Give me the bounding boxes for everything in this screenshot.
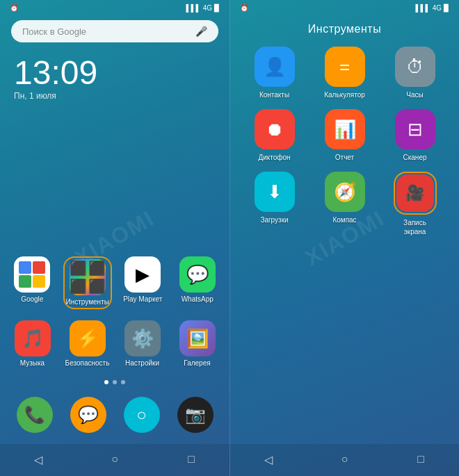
4g-icon: 4G (203, 4, 212, 12)
google-icon-img (14, 256, 50, 293)
playmarket-label: Play Маркет (123, 295, 162, 304)
app-grid-row1: Google ⬛⬛ ⬛⬛ Инструменты ▶ Play Маркет 💬 (0, 245, 230, 320)
compass-label: Компас (332, 215, 356, 224)
screenrec-highlight: 🎥 (394, 172, 437, 215)
messages-icon-img: 💬 (70, 397, 106, 433)
left-phone-panel: XIAOMI ⏰ ▌▌▌ 4G ▉ Поиск в Google 🎤 13:09… (0, 0, 230, 476)
gallery-label: Галерея (184, 359, 210, 368)
dock-messages[interactable]: 💬 (65, 397, 111, 433)
time-display: 13:09 Пн, 1 июля (0, 51, 230, 102)
downloads-icon: ⬇ (255, 172, 295, 212)
folder-app-downloads[interactable]: ⬇ Загрузки (244, 172, 305, 236)
dock-phone[interactable]: 📞 (11, 397, 58, 433)
notes-icon: 📊 (325, 109, 365, 149)
dock-camera[interactable]: 📷 (172, 397, 218, 433)
clock-date: Пн, 1 июля (14, 91, 216, 101)
battery-icon: ▉ (214, 4, 220, 12)
search-placeholder: Поиск в Google (22, 26, 86, 37)
clock-icon: ⏱ (395, 47, 435, 87)
folder-app-screenrec[interactable]: 🎥 Запись экрана (385, 172, 445, 236)
phone-icon-img: 📞 (17, 397, 53, 433)
music-icon-img: 🎵 (15, 320, 51, 356)
recorder-label: Диктофон (258, 153, 290, 162)
home-button-left[interactable]: ○ (106, 451, 123, 468)
folder-app-contacts[interactable]: 👤 Контакты (244, 47, 305, 99)
right-phone-panel: XIAOMI ⏰ ▌▌▌ 4G ▉ Инструменты 👤 Контакты… (230, 0, 459, 476)
camera-icon-img: 📷 (177, 397, 214, 433)
google-label: Google (21, 295, 43, 304)
calculator-icon: = (325, 47, 365, 87)
folder-app-compass[interactable]: 🧭 Компас (314, 172, 375, 236)
dock: 📞 💬 ○ 📷 (0, 390, 230, 444)
gallery-icon-img: 🖼️ (179, 320, 216, 356)
assistant-icon-img: ○ (124, 397, 160, 433)
app-icon-tools[interactable]: ⬛⬛ ⬛⬛ Инструменты (63, 256, 112, 309)
recents-button-right[interactable]: □ (412, 451, 429, 468)
dot-1 (104, 380, 108, 384)
folder-grid: 👤 Контакты = Калькулятор ⏱ Часы ⏺ Диктоф… (230, 47, 459, 236)
recorder-icon: ⏺ (255, 109, 295, 149)
app-icon-whatsapp[interactable]: 💬 WhatsApp (173, 256, 221, 309)
screenrec-icon: 🎥 (396, 174, 434, 212)
nav-bar-left: ◁ ○ □ (0, 444, 230, 476)
app-icon-settings[interactable]: ⚙️ Настройки (118, 320, 166, 368)
status-right-icons: ▌▌▌ 4G ▉ (186, 4, 220, 12)
alarm-icon: ⏰ (10, 4, 18, 12)
compass-icon: 🧭 (325, 172, 365, 212)
folder-app-clock[interactable]: ⏱ Часы (385, 47, 445, 99)
folder-app-notes[interactable]: 📊 Отчет (314, 109, 375, 162)
folder-title: Инструменты (230, 15, 459, 47)
nav-bar-right: ◁ ○ □ (230, 444, 459, 476)
app-icon-google[interactable]: Google (8, 256, 56, 309)
downloads-label: Загрузки (260, 215, 288, 224)
4g-right: 4G (433, 4, 442, 12)
dock-assistant[interactable]: ○ (118, 397, 165, 433)
notes-label: Отчет (335, 153, 354, 162)
back-button-right[interactable]: ◁ (260, 451, 277, 468)
playmarket-icon-img: ▶ (124, 256, 161, 293)
recents-button-left[interactable]: □ (183, 451, 200, 468)
app-icon-gallery[interactable]: 🖼️ Галерея (173, 320, 221, 368)
contacts-label: Контакты (259, 90, 289, 99)
contacts-icon: 👤 (255, 47, 295, 87)
folder-app-recorder[interactable]: ⏺ Диктофон (244, 109, 305, 162)
scanner-icon: ⊟ (395, 109, 435, 149)
signal-right: ▌▌▌ (415, 4, 430, 12)
whatsapp-icon-img: 💬 (179, 256, 216, 293)
dot-2 (113, 380, 117, 384)
alarm-icon-right: ⏰ (240, 4, 248, 12)
tools-label: Инструменты (66, 298, 109, 306)
status-bar-right: ⏰ ▌▌▌ 4G ▉ (230, 0, 459, 15)
page-dots (0, 375, 230, 390)
status-left-right: ⏰ (240, 4, 248, 12)
scanner-label: Сканер (403, 153, 426, 162)
tools-icon-img: ⬛⬛ ⬛⬛ (70, 259, 106, 295)
security-icon-img: ⚡ (70, 320, 106, 356)
search-bar[interactable]: Поиск в Google 🎤 (11, 20, 218, 42)
folder-app-calculator[interactable]: = Калькулятор (314, 47, 375, 99)
battery-right: ▉ (444, 4, 449, 12)
settings-icon-img: ⚙️ (124, 320, 161, 356)
app-grid-row2: 🎵 Музыка ⚡ Безопасность ⚙️ Настройки 🖼️ … (0, 320, 230, 375)
calculator-label: Калькулятор (324, 90, 365, 99)
dot-3 (121, 380, 125, 384)
home-button-right[interactable]: ○ (336, 451, 353, 468)
status-bar-left: ⏰ ▌▌▌ 4G ▉ (0, 0, 230, 15)
folder-app-scanner[interactable]: ⊟ Сканер (385, 109, 445, 162)
screenrec-label: Запись экрана (403, 218, 426, 236)
clock-time: 13:09 (14, 56, 216, 90)
clock-label: Часы (406, 90, 423, 99)
whatsapp-label: WhatsApp (182, 295, 214, 304)
back-button-left[interactable]: ◁ (30, 451, 47, 468)
status-right-right: ▌▌▌ 4G ▉ (415, 4, 449, 12)
app-icon-music[interactable]: 🎵 Музыка (8, 320, 56, 368)
microphone-icon: 🎤 (195, 26, 207, 37)
security-label: Безопасность (65, 359, 110, 368)
signal-bars-icon: ▌▌▌ (186, 4, 200, 12)
settings-label: Настройки (125, 359, 159, 368)
app-icon-playmarket[interactable]: ▶ Play Маркет (119, 256, 167, 309)
status-left-icons: ⏰ (10, 4, 18, 12)
app-icon-security[interactable]: ⚡ Безопасность (63, 320, 111, 368)
music-label: Музыка (20, 359, 45, 368)
